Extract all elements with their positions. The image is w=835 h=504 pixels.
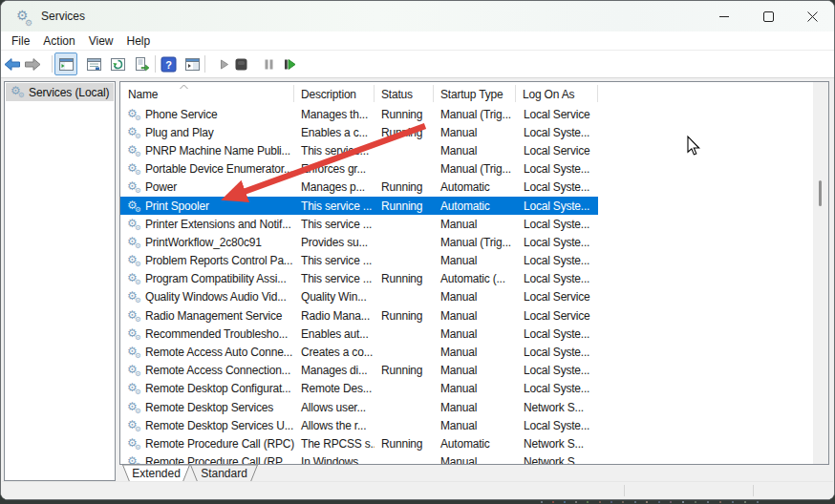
table-row[interactable]: ⚙⚙Printer Extensions and Notif...This se… (120, 215, 598, 233)
svg-text:?: ? (165, 58, 172, 70)
service-description: Allows the r... (294, 416, 375, 434)
stop-service-button[interactable] (229, 52, 252, 75)
restart-service-button[interactable] (278, 52, 301, 75)
service-log-on-as: Local Syste... (516, 215, 598, 233)
table-row[interactable]: ⚙⚙Remote Desktop Services U...Allows the… (120, 416, 598, 434)
service-status: Running (375, 178, 434, 197)
window-controls (702, 1, 834, 32)
service-description: This service ... (294, 197, 375, 215)
service-name: ⚙⚙Printer Extensions and Notif... (120, 215, 294, 233)
table-row[interactable]: ⚙⚙Remote Access Connection...Manages di.… (120, 362, 598, 380)
tab-label: Extended (122, 467, 190, 480)
toolbar-separator (204, 55, 205, 73)
table-row[interactable]: ⚙⚙PowerManages p...RunningAutomaticLocal… (120, 178, 598, 197)
minimize-button[interactable] (702, 1, 746, 32)
service-startup-type: Automatic (434, 197, 516, 215)
service-name: ⚙⚙Program Compatibility Assi... (120, 270, 294, 288)
column-header-name[interactable]: Name (120, 82, 294, 105)
service-startup-type: Automatic (... (434, 270, 516, 288)
status-divider (753, 485, 754, 496)
table-row[interactable]: ⚙⚙PrintWorkflow_2c80c91Provides su...Man… (120, 233, 598, 251)
vertical-scrollbar[interactable] (813, 82, 828, 464)
service-status (375, 380, 434, 398)
menu-file[interactable]: File (5, 34, 36, 48)
service-startup-type: Manual (Trig... (434, 105, 516, 123)
service-startup-type: Manual (434, 398, 516, 416)
service-status: Running (375, 123, 434, 141)
table-row[interactable]: ⚙⚙Remote Desktop ServicesAllows user...M… (120, 398, 598, 416)
column-header-status[interactable]: Status (375, 82, 434, 105)
service-gear-icon: ⚙⚙ (127, 418, 143, 433)
export-list-button[interactable] (130, 52, 153, 75)
tab-extended[interactable]: Extended (122, 465, 190, 482)
column-header-description[interactable]: Description (294, 82, 375, 105)
table-row[interactable]: ⚙⚙Remote Access Auto Conne...Creates a c… (120, 343, 598, 361)
service-status: Running (375, 362, 434, 380)
pause-service-button[interactable] (257, 52, 280, 75)
properties-button[interactable] (82, 52, 105, 75)
content-area: ⚙⚙ Services (Local) NameDescriptionStatu… (1, 78, 834, 499)
service-description: This service ... (294, 252, 375, 270)
menu-help[interactable]: Help (120, 34, 158, 48)
service-status (375, 252, 434, 270)
help-button[interactable]: ? (157, 52, 180, 75)
service-name: ⚙⚙Remote Procedure Call (RP... (120, 453, 294, 464)
console-tree-panel: ⚙⚙ Services (Local) (4, 81, 116, 481)
scrollbar-thumb[interactable] (819, 180, 822, 206)
service-description: Enables a c... (294, 123, 375, 141)
service-gear-icon: ⚙⚙ (127, 454, 143, 464)
services-list-panel: NameDescriptionStatusStartup TypeLog On … (119, 81, 829, 465)
toolbar-separator (155, 55, 156, 73)
services-window: ⚙⚙ Services FileActionViewHelp ? ⚙⚙ Serv… (0, 0, 835, 500)
refresh-button[interactable] (106, 52, 129, 75)
column-header-startup-type[interactable]: Startup Type (434, 82, 516, 105)
service-status (375, 343, 434, 361)
table-row[interactable]: ⚙⚙Remote Procedure Call (RP...In Windows… (120, 453, 598, 464)
titlebar: ⚙⚙ Services (1, 1, 834, 32)
service-status: Running (375, 197, 434, 215)
table-row[interactable]: ⚙⚙Problem Reports Control Pa...This serv… (120, 252, 598, 270)
service-name: ⚙⚙Remote Desktop Configurat... (120, 380, 294, 398)
table-row[interactable]: ⚙⚙Quality Windows Audio Vid...Quality Wi… (120, 288, 598, 306)
service-log-on-as: Local Syste... (516, 252, 598, 270)
table-row[interactable]: ⚙⚙Program Compatibility Assi...This serv… (120, 270, 598, 288)
close-button[interactable] (790, 1, 834, 32)
forward-button[interactable] (21, 52, 44, 75)
table-row[interactable]: ⚙⚙Portable Device Enumerator...Enforces … (120, 160, 598, 178)
service-status (375, 288, 434, 306)
service-startup-type: Manual (434, 252, 516, 270)
service-startup-type: Manual (434, 123, 516, 141)
show-action-pane-button[interactable] (181, 52, 203, 75)
table-row[interactable]: ⚙⚙Remote Desktop Configurat...Remote Des… (120, 380, 598, 398)
service-log-on-as: Network S... (516, 453, 598, 464)
service-status: Running (375, 105, 434, 123)
table-row[interactable]: ⚙⚙Remote Procedure Call (RPC)The RPCSS s… (120, 434, 598, 452)
service-log-on-as: Network S... (516, 434, 598, 452)
service-log-on-as: Local Service (516, 141, 598, 159)
table-row[interactable]: ⚙⚙Print SpoolerThis service ...RunningAu… (120, 197, 598, 215)
service-name: ⚙⚙Recommended Troublesho... (120, 325, 294, 343)
tab-standard[interactable]: Standard (190, 465, 258, 482)
service-startup-type: Manual (434, 141, 516, 159)
service-status: Running (375, 306, 434, 325)
service-description: Manages di... (294, 362, 375, 380)
menu-view[interactable]: View (82, 34, 120, 48)
service-description: In Windows... (294, 453, 375, 464)
table-row[interactable]: ⚙⚙Phone ServiceManages th...RunningManua… (120, 105, 598, 123)
table-row[interactable]: ⚙⚙PNRP Machine Name Publi...This service… (120, 141, 598, 159)
menu-action[interactable]: Action (36, 34, 81, 48)
sidebar-item-services-local[interactable]: ⚙⚙ Services (Local) (6, 83, 114, 101)
status-divider (624, 485, 625, 496)
maximize-button[interactable] (746, 1, 790, 32)
service-description: Quality Win... (294, 288, 375, 306)
column-header-log-on-as[interactable]: Log On As (516, 82, 598, 105)
table-row[interactable]: ⚙⚙Recommended Troublesho...Enables aut..… (120, 325, 598, 343)
service-log-on-as: Local Syste... (516, 362, 598, 380)
table-row[interactable]: ⚙⚙Radio Management ServiceRadio Mana...R… (120, 306, 598, 325)
service-description: Manages p... (294, 178, 375, 197)
services-gears-icon: ⚙⚙ (16, 8, 33, 25)
show-console-tree-button[interactable] (54, 52, 77, 75)
service-status (375, 453, 434, 464)
service-table-body: ⚙⚙Phone ServiceManages th...RunningManua… (120, 105, 813, 464)
table-row[interactable]: ⚙⚙Plug and PlayEnables a c...RunningManu… (120, 123, 598, 141)
